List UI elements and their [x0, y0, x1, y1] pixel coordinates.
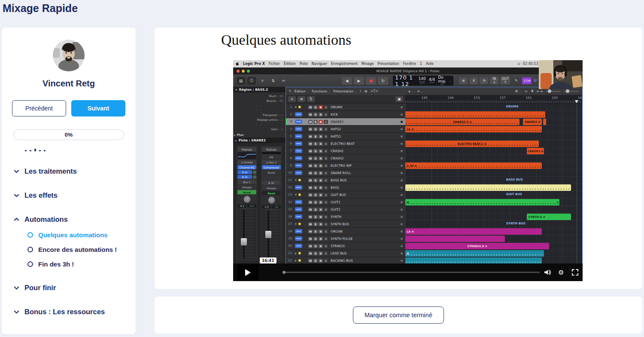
horizontal-zoom-icon: ⇤⇥: [537, 89, 543, 93]
input-monitor-button: I: [324, 222, 328, 226]
video-volume-icon[interactable]: [543, 268, 552, 277]
video-settings-icon[interactable]: ⚙: [557, 268, 565, 277]
mute-button: M: [308, 164, 313, 168]
logic-window-title: MIXAGE RAPIDE Diligence Hill 1 - Pistes: [233, 69, 583, 73]
track-number: 10: [286, 171, 293, 175]
arrange-row: 2.30 ⊕: [405, 162, 582, 169]
record-enable-button: R: [319, 178, 323, 182]
mute-button: M: [308, 237, 313, 241]
sidebar-section-3[interactable]: Pour finir: [14, 284, 127, 292]
input-monitor-button: I: [324, 171, 328, 175]
audio-track-icon: [295, 127, 302, 131]
instructor-name: Vincent Retg: [2, 79, 136, 89]
track-row: 13▼MSRIGUIT BUS: [286, 191, 405, 199]
input-monitor-button: I: [324, 186, 328, 190]
record-enable-button: R: [319, 105, 323, 109]
video-play-button[interactable]: [237, 264, 258, 280]
ruler-tick: 157: [500, 96, 506, 100]
solo-button: S: [313, 113, 318, 116]
arrange-row: SNARE2.5 ⊕SNARE2.9: [405, 118, 582, 126]
track-name: SYNTH: [331, 215, 341, 219]
arrange-row: 16 ⊕: [405, 126, 582, 133]
sidebar-section-1[interactable]: Les effets: [14, 191, 127, 199]
record-dot-icon: [401, 187, 403, 189]
video-player[interactable]: Logic Pro X FichierÉditionPisteNaviguerE…: [233, 60, 583, 281]
ruler-tick: 161: [526, 96, 532, 100]
sidebar-lesson-item[interactable]: Encore des automations !: [27, 246, 127, 253]
input-monitor-button: I: [324, 251, 328, 255]
ruler-tick: 145: [422, 96, 428, 100]
ruler-tick: 153: [474, 96, 480, 100]
bar-ruler: 145149153157161165169: [405, 95, 582, 104]
webcam-overlay: [539, 60, 583, 89]
clipped-nav-item[interactable]: [25, 147, 127, 151]
mark-complete-button[interactable]: Marquer comme terminé: [353, 306, 444, 324]
audio-track-icon: [295, 163, 302, 168]
track-row: 4MSRIHATS2: [286, 126, 405, 133]
video-progress-bar[interactable]: [283, 272, 540, 273]
folder-track-icon: [298, 222, 301, 226]
input-monitor-button: I: [324, 178, 328, 182]
record-dot-icon: [401, 165, 403, 167]
macos-menubar: Logic Pro X FichierÉditionPisteNaviguerE…: [233, 60, 583, 67]
track-name: DRUMS: [331, 105, 343, 109]
macos-menu-item: Aide: [426, 62, 434, 66]
solo-button: S: [313, 193, 318, 197]
inspector-param: - -: [236, 103, 283, 108]
track-number: 6: [286, 142, 293, 145]
sidebar-lesson-item[interactable]: Quelques automations: [27, 231, 127, 239]
region-inspector-header: Région : BASS.2: [239, 88, 268, 92]
screen-record-icon: ⊡: [518, 62, 520, 66]
track-row: 12MSRIBASS: [286, 184, 405, 191]
track-row: 10MSRISNARE ROLL: [286, 169, 405, 177]
track-name: GUIT1: [331, 200, 340, 204]
sidebar-section-4[interactable]: Bonus : Les ressources: [14, 308, 127, 316]
solo-button: S: [313, 149, 318, 153]
record-dot-icon: [401, 172, 403, 174]
mute-button: M: [308, 120, 313, 124]
sidebar-section-2[interactable]: Automations: [14, 215, 127, 224]
arrange-row: [405, 111, 582, 118]
inspector-param: Boucle :: [236, 98, 283, 103]
lesson-title: Quelques automations: [221, 32, 351, 48]
mute-button: M: [308, 230, 313, 233]
lesson-label: Quelques automations: [38, 231, 108, 239]
video-fullscreen-icon[interactable]: [571, 268, 579, 277]
snap-icon: >T<: [370, 89, 378, 93]
pan-knob: [268, 196, 275, 204]
solo-button: S: [313, 178, 318, 182]
inspector-param: Réglage précis :⇕: [236, 117, 283, 122]
audio-region: CRASH1.6: [527, 148, 544, 154]
audio-region: [405, 257, 542, 263]
mute-button: M: [308, 259, 313, 263]
record-dot-icon: [401, 150, 403, 152]
lesson-bullet-icon: [27, 261, 33, 267]
play-button-logic: ▶: [354, 77, 364, 85]
lcd-display: 170 1 1 12 MES TEMPS DIV TIC 140GARDER T…: [393, 76, 453, 86]
macos-menu-item: 1: [420, 62, 422, 66]
record-enable-button: R: [319, 237, 323, 241]
volume-fader: [262, 210, 281, 260]
track-name: HATS1: [331, 135, 341, 138]
record-dot-icon: [401, 252, 403, 254]
sidebar-lesson-item[interactable]: Fin des 3h !: [27, 260, 127, 268]
track-number: 22: [286, 259, 293, 262]
record-dot-icon: [401, 128, 403, 130]
solo-icon: S: [307, 96, 315, 102]
record-enable-button: R: [319, 200, 323, 204]
sidebar-section-0[interactable]: Les traitements: [14, 167, 127, 175]
inspector-panel: ▼Région : BASS.2 Muet :Boucle :- -- -Tra…: [233, 87, 286, 263]
record-dot-icon: [401, 245, 403, 247]
audio-region: SNARE2.9: [523, 119, 542, 125]
track-row: 22▶MSRIBACKING BUS: [286, 257, 405, 263]
previous-button[interactable]: Précédent: [12, 100, 66, 116]
solo-button: S: [313, 244, 318, 248]
playhead-line: [577, 104, 577, 263]
library-icon: ▤: [237, 77, 245, 85]
chevron-down-icon: [14, 285, 19, 291]
volume-fader: [237, 209, 256, 260]
next-button[interactable]: Suivant: [71, 100, 125, 116]
bus-label: GUIT BUS: [506, 193, 522, 196]
macos-menu-item: Piste: [300, 62, 308, 66]
vertical-zoom-icon: ⧗: [531, 89, 534, 93]
